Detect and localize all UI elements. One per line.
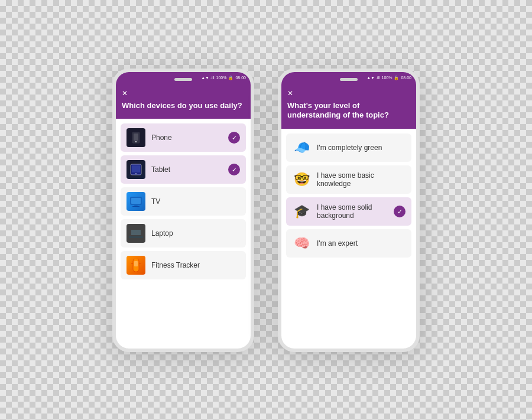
svg-rect-12	[129, 236, 143, 238]
phone-1-body: ▲▼ .ill 100% 🔒 08:00 ✕ Which devices do …	[112, 69, 254, 352]
status-time-1: 08:00	[235, 76, 246, 80]
option-label-green: I'm completely green	[317, 144, 406, 152]
phone-icon	[126, 128, 145, 147]
options-list-2: 🧢 I'm completely green 🤓 I have some bas…	[281, 129, 416, 348]
svg-rect-8	[134, 205, 138, 206]
svg-rect-14	[134, 261, 138, 266]
close-button-2[interactable]: ✕	[287, 89, 293, 97]
fitness-icon	[126, 256, 145, 275]
tv-icon	[126, 192, 145, 211]
phone-2: ▲▼ .ill 100% 🔒 08:00 ✕ What's your level…	[278, 69, 420, 352]
phone-1: ▲▼ .ill 100% 🔒 08:00 ✕ Which devices do …	[112, 69, 254, 352]
question-1: Which devices do you use daily?	[122, 101, 245, 111]
svg-rect-4	[132, 165, 140, 172]
option-label-phone: Phone	[151, 134, 222, 142]
svg-rect-16	[139, 263, 141, 264]
option-label-laptop: Laptop	[151, 229, 240, 237]
status-bar-2: ▲▼ .ill 100% 🔒 08:00	[281, 72, 416, 83]
svg-rect-1	[134, 134, 138, 141]
check-solid: ✓	[394, 206, 406, 217]
option-label-tv: TV	[151, 197, 240, 206]
status-lock-2: 🔒	[394, 76, 399, 80]
basic-icon: 🤓	[292, 170, 311, 189]
option-label-tablet: Tablet	[151, 165, 222, 174]
list-item[interactable]: 🧢 I'm completely green	[286, 134, 411, 162]
option-label-solid: I have some solid background	[317, 203, 388, 220]
tablet-icon	[126, 160, 145, 179]
option-label-expert: I'm an expert	[317, 239, 406, 248]
option-label-basic: I have some basic knowledge	[317, 171, 406, 188]
svg-point-5	[135, 174, 137, 175]
list-item[interactable]: Tablet ✓	[121, 155, 246, 184]
list-item[interactable]: 🤓 I have some basic knowledge	[286, 165, 411, 194]
list-item[interactable]: Fitness Tracker	[121, 251, 246, 279]
svg-rect-11	[131, 230, 141, 235]
list-item[interactable]: 🎓 I have some solid background ✓	[286, 197, 411, 226]
status-battery-1: 100%	[216, 76, 227, 80]
svg-rect-9	[132, 206, 140, 207]
question-2: What's your level of understanding of th…	[287, 101, 410, 121]
svg-point-2	[135, 141, 137, 142]
expert-icon: 🧠	[292, 234, 311, 253]
list-item[interactable]: Laptop	[121, 219, 246, 248]
header-2: ✕ What's your level of understanding of …	[281, 83, 416, 129]
status-lock-1: 🔒	[228, 76, 233, 80]
phone-2-body: ▲▼ .ill 100% 🔒 08:00 ✕ What's your level…	[278, 69, 420, 352]
list-item[interactable]: 🧠 I'm an expert	[286, 229, 411, 258]
status-battery-2: 100%	[382, 76, 392, 80]
check-tablet: ✓	[228, 164, 240, 175]
options-list-1: Phone ✓ Tablet ✓	[116, 119, 251, 348]
solid-icon: 🎓	[292, 202, 311, 221]
status-signal-2: ▲▼ .ill	[366, 76, 379, 80]
status-signal-1: ▲▼ .ill	[201, 76, 214, 80]
status-bar-1: ▲▼ .ill 100% 🔒 08:00	[116, 72, 251, 83]
close-button-1[interactable]: ✕	[122, 89, 128, 97]
list-item[interactable]: TV	[121, 187, 246, 216]
option-label-fitness: Fitness Tracker	[151, 261, 240, 269]
svg-rect-15	[131, 263, 133, 264]
check-phone: ✓	[228, 132, 240, 144]
laptop-icon	[126, 224, 145, 243]
list-item[interactable]: Phone ✓	[121, 123, 246, 152]
header-1: ✕ Which devices do you use daily?	[116, 83, 251, 119]
green-icon: 🧢	[292, 138, 311, 157]
svg-rect-7	[131, 198, 141, 204]
status-time-2: 08:00	[401, 76, 411, 80]
